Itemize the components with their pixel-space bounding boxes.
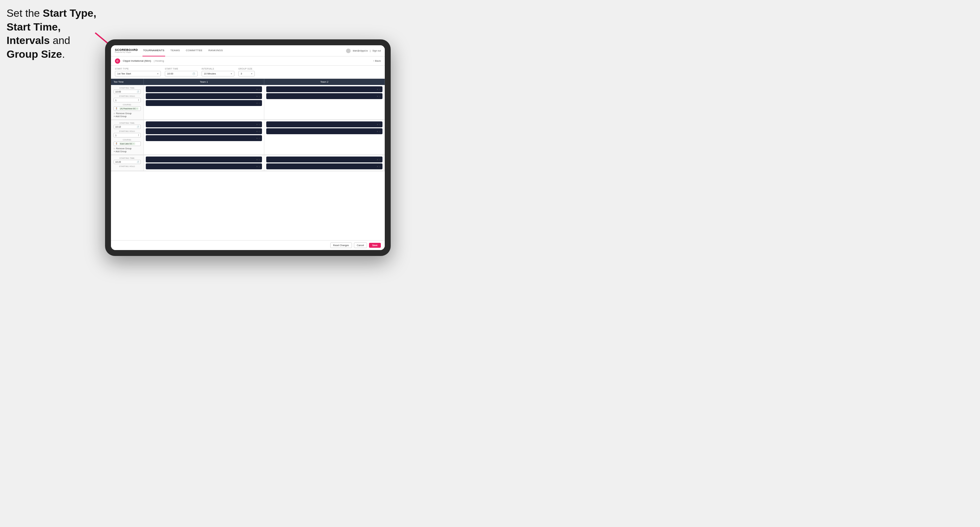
player-x-icon[interactable]: × [256, 88, 258, 90]
px-t2g2-2[interactable]: × [377, 130, 378, 133]
player-x-t2-1[interactable]: × [377, 88, 378, 90]
px-g3-1[interactable]: × [256, 159, 258, 161]
starting-hole-label-3: STARTING HOLE: [114, 165, 141, 167]
sub-nav-back-button[interactable]: ‹ Back [373, 59, 381, 62]
group-size-select[interactable]: 3 ▾ [239, 71, 255, 76]
start-type-label: Start Type [115, 68, 161, 70]
pe-g3-2[interactable]: ○ [259, 165, 260, 168]
course-remove-2[interactable]: × [133, 143, 134, 145]
starting-hole-input-1[interactable]: 1 ▲ ▼ [114, 98, 141, 102]
player-row-g2-3: × ○ [146, 135, 262, 141]
starting-hole-label-2: STARTING HOLE: [114, 130, 141, 132]
add-group-btn-2[interactable]: + Add Group [114, 150, 141, 152]
team1-cell-1: × ○ × ○ × ○ [144, 85, 264, 119]
remove-group-btn-2[interactable]: ○ Remove Group [114, 147, 141, 150]
player-x-icon-3[interactable]: × [256, 102, 258, 104]
px-g3-2[interactable]: × [256, 165, 258, 168]
pe-t2g2-2[interactable]: ○ [379, 130, 380, 133]
pe-g3-1[interactable]: ○ [259, 159, 260, 161]
starting-hole-input-2[interactable]: 1 ▲ ▼ [114, 133, 141, 138]
group-left-2: STARTING TIME: 10:10 🕐 STARTING HOLE: 1 … [111, 120, 144, 154]
nav-tabs: TOURNAMENTS TEAMS COMMITTEE RANKINGS [143, 45, 224, 56]
player-remove-g2-2: × ○ [256, 130, 260, 133]
p-x-g2-1[interactable]: × [256, 123, 258, 126]
player-edit-icon[interactable]: ○ [259, 88, 260, 90]
pr-t2g3-1: × ○ [377, 159, 380, 161]
player-x-icon-2[interactable]: × [256, 95, 258, 97]
px-t2g3-2[interactable]: × [377, 165, 378, 168]
player-row-g3-1: × ○ [146, 157, 262, 162]
starting-time-input-2[interactable]: 10:10 🕐 [114, 125, 141, 129]
start-type-select[interactable]: 1st Tee Start ▾ [115, 71, 161, 76]
add-group-btn-1[interactable]: + Add Group [114, 115, 141, 117]
pr-g3-1: × ○ [256, 159, 260, 161]
pe-t2g3-1[interactable]: ○ [379, 159, 380, 161]
team2-cell-1: × ○ × ○ [264, 85, 385, 119]
remove-icon-1: ○ [114, 112, 115, 114]
course-input-1[interactable]: 🏌 (A) Peachtree GC × [114, 106, 141, 111]
group-size-group: Group Size 3 ▾ [239, 68, 255, 76]
group-row-1: STARTING TIME: 10:00 🕐 STARTING HOLE: 1 … [111, 85, 385, 120]
remove-group-btn-1[interactable]: ○ Remove Group [114, 112, 141, 114]
player-edit-icon-3[interactable]: ○ [259, 102, 260, 104]
course-input-2[interactable]: 🏌 East Lake GC × [114, 141, 141, 146]
player-remove-g2-3: × ○ [256, 137, 260, 140]
nav-email: blair@clippd.io [353, 49, 368, 52]
player-edit-icon-2[interactable]: ○ [259, 95, 260, 97]
starting-time-label-3: STARTING TIME: [114, 157, 141, 159]
group-row-2: STARTING TIME: 10:10 🕐 STARTING HOLE: 1 … [111, 120, 385, 155]
reset-changes-button[interactable]: Reset Changes [330, 243, 352, 248]
nav-right: blair@clippd.io | Sign out [346, 49, 381, 53]
player-x-t2-2[interactable]: × [377, 95, 378, 97]
cancel-button[interactable]: Cancel [354, 243, 367, 248]
player-row-2: × ○ [146, 93, 262, 99]
tablet-screen: SCOREBOARD Powered by clippd TOURNAMENTS… [111, 45, 385, 250]
p-e-g2-1[interactable]: ○ [259, 123, 260, 126]
player-row-g3-2: × ○ [146, 163, 262, 169]
p-x-g2-3[interactable]: × [256, 137, 258, 140]
p-x-g2-2[interactable]: × [256, 130, 258, 133]
intervals-value: 10 Minutes [204, 72, 216, 75]
start-time-label: Start Time [165, 68, 198, 70]
intervals-label: Intervals [202, 68, 234, 70]
nav-tab-rankings[interactable]: RANKINGS [208, 45, 224, 56]
pe-t2g3-2[interactable]: ○ [379, 165, 380, 168]
px-t2g2-1[interactable]: × [377, 123, 378, 126]
player-edit-t2-1[interactable]: ○ [379, 88, 380, 90]
player-row-t2-1: × ○ [266, 86, 382, 92]
time-clock-icon-1: 🕐 [137, 90, 139, 93]
nav-tab-teams[interactable]: TEAMS [170, 45, 181, 56]
starting-hole-label-1: STARTING HOLE: [114, 95, 141, 97]
team2-cell-3: × ○ × ○ [264, 155, 385, 171]
group-actions-1: ○ Remove Group + Add Group [114, 112, 141, 117]
pe-t2g2-1[interactable]: ○ [379, 123, 380, 126]
starting-time-input-1[interactable]: 10:00 🕐 [114, 90, 141, 94]
player-row-t2-2: × ○ [266, 93, 382, 99]
starting-time-input-3[interactable]: 10:20 🕐 [114, 160, 141, 164]
player-row-t2g2-1: × ○ [266, 121, 382, 127]
hole-arrows-2: ▲ ▼ [138, 134, 139, 137]
instruction-and: and [50, 35, 70, 46]
px-t2g3-1[interactable]: × [377, 159, 378, 161]
nav-tab-committee[interactable]: COMMITTEE [185, 45, 203, 56]
nav-sign-out[interactable]: Sign out [372, 49, 381, 52]
sub-nav-hosting: | Hosting [154, 59, 164, 62]
intervals-chevron: ▾ [231, 73, 232, 75]
intervals-select[interactable]: 10 Minutes ▾ [202, 71, 234, 76]
sub-nav-logo: C [115, 59, 120, 63]
nav-tab-tournaments[interactable]: TOURNAMENTS [143, 45, 165, 56]
p-e-g2-2[interactable]: ○ [259, 130, 260, 133]
start-time-group: Start Time 10:00 🕐 [165, 68, 198, 76]
save-button[interactable]: Save [369, 243, 381, 248]
pr-t2g2-1: × ○ [377, 123, 380, 126]
p-e-g2-3[interactable]: ○ [259, 137, 260, 140]
th-team1: Team 1 [144, 79, 264, 85]
group-size-value: 3 [241, 72, 242, 75]
group-actions-2: ○ Remove Group + Add Group [114, 147, 141, 152]
start-time-select[interactable]: 10:00 🕐 [165, 71, 198, 76]
course-remove-1[interactable]: × [137, 108, 138, 110]
course-tag-1: (A) Peachtree GC × [119, 107, 138, 110]
player-edit-t2-2[interactable]: ○ [379, 95, 380, 97]
player-row-t2g3-2: × ○ [266, 163, 382, 169]
nav-logo: SCOREBOARD Powered by clippd [115, 49, 138, 53]
